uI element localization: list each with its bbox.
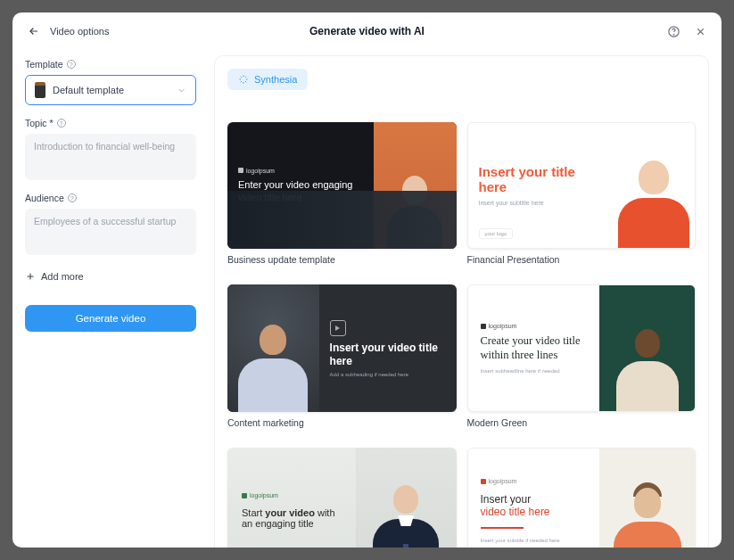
topic-label: Topic * <box>25 118 54 128</box>
ai-provider-pill[interactable]: Synthesia <box>227 69 308 90</box>
template-card-financial-presentation[interactable]: Insert your title here Insert your subti… <box>467 122 697 265</box>
sparkle-icon <box>238 74 249 85</box>
presenter-avatar <box>369 478 442 548</box>
presenter-avatar <box>614 322 681 411</box>
template-thumb: logoipsum Create your video title within… <box>467 284 697 411</box>
add-more-button[interactable]: Add more <box>25 268 196 285</box>
logo-text: logoipsum <box>481 323 588 329</box>
header-section-label: Video options <box>50 26 109 37</box>
template-select[interactable]: Default template <box>25 75 196 105</box>
template-card-modern-green[interactable]: logoipsum Create your video title within… <box>467 284 697 427</box>
audience-field: Audience ? <box>25 193 196 255</box>
add-more-label: Add more <box>41 271 84 282</box>
audience-label: Audience <box>25 193 64 203</box>
template-thumb-icon <box>35 82 45 98</box>
presenter-avatar <box>235 317 310 412</box>
thumb-sub-text: Insert subheadline here if needed <box>481 368 588 374</box>
template-gallery: Synthesia logoipsum Enter your video eng… <box>209 50 722 548</box>
thumb-main-text: Start your video with an engaging title <box>242 507 342 529</box>
back-button[interactable] <box>25 22 43 40</box>
options-sidebar: Template ? Default template Topic * ? <box>12 50 209 548</box>
template-title: Modern Green <box>467 417 697 428</box>
template-title: Business update template <box>227 254 457 265</box>
template-card-office-interior[interactable]: logoipsum Start your video with an engag… <box>227 448 457 548</box>
modal-header: Video options Generate video with AI <box>12 12 722 50</box>
info-icon[interactable]: ? <box>57 119 66 128</box>
template-card-content-marketing[interactable]: Insert your video title here Add a subhe… <box>227 284 457 427</box>
topic-input[interactable] <box>25 134 196 180</box>
generate-video-button[interactable]: Generate video <box>25 305 196 332</box>
thumb-main-text-2: video title here <box>481 506 588 518</box>
ai-provider-label: Synthesia <box>254 74 297 85</box>
accent-underline <box>481 527 524 529</box>
template-thumb: Insert your video title here Add a subhe… <box>227 284 457 411</box>
topic-field: Topic * ? <box>25 118 196 180</box>
svg-point-1 <box>673 34 674 35</box>
help-icon[interactable] <box>664 22 682 40</box>
thumb-sub-text: Insert your subtitle here <box>479 200 603 206</box>
close-icon[interactable] <box>691 22 709 40</box>
template-title: Financial Presentation <box>467 254 697 265</box>
template-thumb: logoipsum Insert your video title here I… <box>467 448 697 548</box>
chevron-down-icon <box>177 86 186 95</box>
info-icon[interactable]: ? <box>67 60 76 69</box>
presenter-avatar <box>611 481 684 548</box>
modal-title: Generate video with AI <box>309 25 425 37</box>
audience-input[interactable] <box>25 209 196 255</box>
thumb-main-text: Insert your title here <box>479 165 603 194</box>
thumb-sub-text: Add a subheading if needed here <box>330 372 408 377</box>
presenter-avatar <box>615 155 692 248</box>
thumb-main-text: Insert your video title here <box>330 342 446 368</box>
ai-video-modal: Video options Generate video with AI Tem… <box>12 12 722 548</box>
logo-text: logoipsum <box>481 478 588 484</box>
logo-text: logoipsum <box>238 168 363 174</box>
template-thumb: logoipsum Start your video with an engag… <box>227 448 457 548</box>
info-icon[interactable]: ? <box>68 194 77 202</box>
logo-text: logoipsum <box>242 492 342 498</box>
thumb-main-text-1: Insert your <box>481 493 588 506</box>
template-value: Default template <box>53 85 169 95</box>
template-thumb: logoipsum Enter your video engaging vide… <box>227 122 457 249</box>
template-thumb: Insert your title here Insert your subti… <box>467 122 697 249</box>
thumb-sub-text: Insert your subtitle if needed here <box>481 538 588 543</box>
template-label: Template <box>25 59 63 70</box>
template-title: Content marketing <box>227 417 457 428</box>
template-card-business-update[interactable]: logoipsum Enter your video engaging vide… <box>227 122 457 265</box>
logo-text: your logo <box>479 228 514 239</box>
thumb-main-text: Create your video title within three lin… <box>481 334 588 362</box>
play-icon <box>330 320 346 336</box>
template-field: Template ? Default template <box>25 59 196 105</box>
template-card-weekly-business-update[interactable]: logoipsum Insert your video title here I… <box>467 448 697 548</box>
